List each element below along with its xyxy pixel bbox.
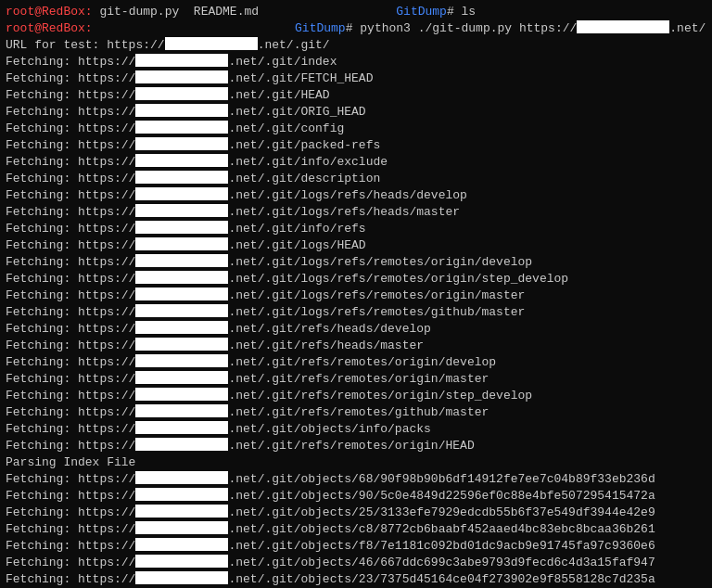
line-python-cmd: root@RedBox: GitDump # python3 ./git-dum… [6, 20, 706, 37]
fetch-text-17: Fetching: https:// [6, 321, 135, 338]
fetch-obj-text-5: Fetching: https:// [6, 538, 135, 555]
url-r13 [135, 254, 228, 267]
fetch-line-12: Fetching: https:// .net/.git/logs/HEAD [6, 237, 706, 254]
fetch-line-1: Fetching: https:// .net/.git/index [6, 54, 706, 70]
fetch-text-10: Fetching: https:// [6, 204, 135, 221]
fetch-text-15: Fetching: https:// [6, 288, 135, 304]
fetch-line-20: Fetching: https:// .net/.git/refs/remote… [6, 371, 706, 388]
url-test-suffix: .net/.git/ [258, 37, 330, 54]
url-r1 [135, 54, 228, 67]
fetch-text-23: Fetching: https:// [6, 421, 135, 438]
fetch-obj-text-2: Fetching: https:// [6, 488, 135, 505]
fetch-obj-path-7: .net/.git/objects/23/7375d45164ce04f2739… [228, 571, 655, 588]
url-ro7 [135, 571, 228, 584]
spacer1 [259, 4, 396, 20]
fetch-line-21: Fetching: https:// .net/.git/refs/remote… [6, 388, 706, 404]
fetch-obj-text-4: Fetching: https:// [6, 521, 135, 538]
fetch-obj-path-6: .net/.git/objects/46/667ddc699c3abe9793d… [228, 555, 655, 571]
fetch-text-13: Fetching: https:// [6, 254, 135, 271]
fetch-text-5: Fetching: https:// [6, 121, 135, 137]
fetch-line-15: Fetching: https:// .net/.git/logs/refs/r… [6, 288, 706, 304]
fetch-path-16: .net/.git/logs/refs/remotes/github/maste… [228, 304, 525, 321]
url-r24 [135, 438, 228, 451]
url-r17 [135, 321, 228, 334]
url-ro2 [135, 488, 228, 501]
fetch-path-11: .net/.git/info/refs [228, 221, 365, 237]
fetch-obj-text-1: Fetching: https:// [6, 471, 135, 488]
fetch-path-22: .net/.git/refs/remotes/github/master [228, 404, 489, 421]
fetch-path-7: .net/.git/info/exclude [228, 154, 388, 171]
url-r12 [135, 237, 228, 250]
fetch-path-14: .net/.git/logs/refs/remotes/origin/step_… [228, 271, 568, 288]
url-ro5 [135, 538, 228, 551]
fetch-path-10: .net/.git/logs/refs/heads/master [228, 204, 460, 221]
fetch-line-10: Fetching: https:// .net/.git/logs/refs/h… [6, 204, 706, 221]
fetch-path-15: .net/.git/logs/refs/remotes/origin/maste… [228, 288, 525, 304]
fetch-obj-5: Fetching: https:// .net/.git/objects/f8/… [6, 538, 706, 555]
fetch-obj-path-4: .net/.git/objects/c8/8772cb6baabf452aaed… [228, 521, 655, 538]
fetch-path-20: .net/.git/refs/remotes/origin/master [228, 371, 489, 388]
url-r22 [135, 404, 228, 417]
fetch-path-5: .net/.git/config [228, 121, 344, 137]
url-r9 [135, 187, 228, 200]
fetch-line-14: Fetching: https:// .net/.git/logs/refs/r… [6, 271, 706, 288]
fetch-obj-7: Fetching: https:// .net/.git/objects/23/… [6, 571, 706, 588]
fetch-line-17: Fetching: https:// .net/.git/refs/heads/… [6, 321, 706, 338]
url-r2 [135, 70, 228, 83]
fetch-line-6: Fetching: https:// .net/.git/packed-refs [6, 137, 706, 154]
fetch-obj-6: Fetching: https:// .net/.git/objects/46/… [6, 555, 706, 571]
fetch-text-7: Fetching: https:// [6, 154, 135, 171]
cmd-python: # python3 ./git-dump.py https:// [346, 20, 578, 37]
fetch-obj-text-3: Fetching: https:// [6, 505, 135, 521]
url-r20 [135, 371, 228, 384]
url-ro6 [135, 555, 228, 568]
line-ls-cmd: root@RedBox: git-dump.py README.md GitDu… [6, 4, 706, 20]
fetch-text-19: Fetching: https:// [6, 354, 135, 371]
parsing-text: Parsing Index File [6, 454, 135, 471]
fetch-line-24: Fetching: https:// .net/.git/refs/remote… [6, 438, 706, 454]
url-ro3 [135, 505, 228, 518]
url-r16 [135, 304, 228, 317]
fetch-path-19: .net/.git/refs/remotes/origin/develop [228, 354, 496, 371]
fetch-text-8: Fetching: https:// [6, 171, 135, 187]
fetch-path-8: .net/.git/description [228, 171, 380, 187]
url-redacted-test [165, 37, 258, 50]
fetch-text-3: Fetching: https:// [6, 87, 135, 104]
fetch-text-22: Fetching: https:// [6, 404, 135, 421]
fetch-text-21: Fetching: https:// [6, 388, 135, 404]
fetch-text-6: Fetching: https:// [6, 137, 135, 154]
fetch-obj-text-7: Fetching: https:// [6, 571, 135, 588]
prompt-user-2: root@RedBox: [6, 20, 93, 37]
terminal-window: root@RedBox: git-dump.py README.md GitDu… [0, 0, 712, 588]
url-redacted-2 [577, 20, 669, 33]
url-r18 [135, 338, 228, 351]
fetch-path-3: .net/.git/HEAD [228, 87, 329, 104]
gitdump-label-1: GitDump [396, 4, 447, 20]
fetch-line-8: Fetching: https:// .net/.git/description [6, 171, 706, 187]
fetch-obj-path-2: .net/.git/objects/90/5c0e4849d22596ef0c8… [228, 488, 655, 505]
spacer2 [93, 20, 295, 37]
fetch-text-20: Fetching: https:// [6, 371, 135, 388]
url-r5 [135, 121, 228, 134]
fetch-path-13: .net/.git/logs/refs/remotes/origin/devel… [228, 254, 532, 271]
fetch-path-18: .net/.git/refs/heads/master [228, 338, 424, 354]
fetch-path-24: .net/.git/refs/remotes/origin/HEAD [228, 438, 474, 454]
url-r8 [135, 171, 228, 184]
fetch-line-11: Fetching: https:// .net/.git/info/refs [6, 221, 706, 237]
fetch-path-4: .net/.git/ORIG_HEAD [228, 104, 365, 121]
fetch-line-13: Fetching: https:// .net/.git/logs/refs/r… [6, 254, 706, 271]
prompt-files: git-dump.py README.md [93, 4, 259, 20]
fetch-line-9: Fetching: https:// .net/.git/logs/refs/h… [6, 187, 706, 204]
fetch-obj-path-3: .net/.git/objects/25/3133efe7929edcdb55b… [228, 505, 655, 521]
prompt-user-1: root@RedBox: [6, 4, 93, 20]
fetch-path-6: .net/.git/packed-refs [228, 137, 380, 154]
url-r3 [135, 87, 228, 100]
fetch-path-12: .net/.git/logs/HEAD [228, 237, 365, 254]
fetch-path-23: .net/.git/objects/info/packs [228, 421, 430, 438]
fetch-line-18: Fetching: https:// .net/.git/refs/heads/… [6, 338, 706, 354]
fetch-obj-1: Fetching: https:// .net/.git/objects/68/… [6, 471, 706, 488]
fetch-text-12: Fetching: https:// [6, 237, 135, 254]
fetch-path-21: .net/.git/refs/remotes/origin/step_devel… [228, 388, 532, 404]
fetch-text-14: Fetching: https:// [6, 271, 135, 288]
fetch-text-1: Fetching: https:// [6, 54, 135, 70]
